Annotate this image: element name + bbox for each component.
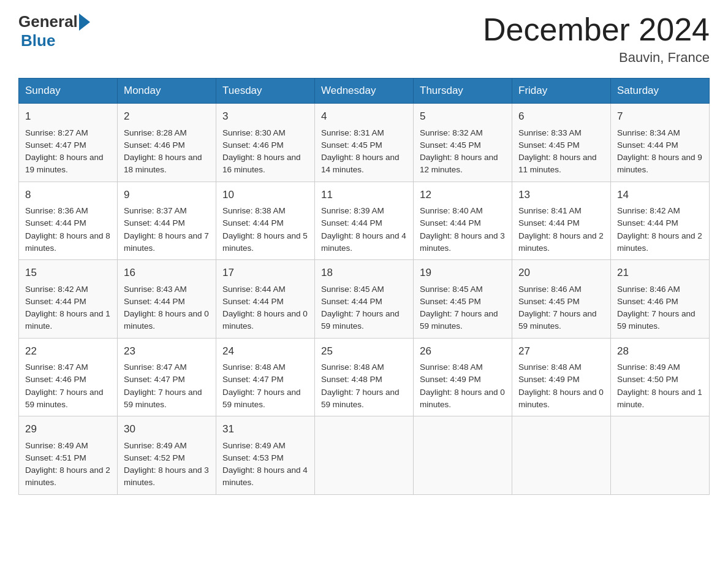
calendar-cell: 23Sunrise: 8:47 AMSunset: 4:47 PMDayligh… [118,338,216,416]
calendar-cell: 2Sunrise: 8:28 AMSunset: 4:46 PMDaylight… [118,104,216,182]
day-number: 28 [617,343,703,359]
day-number: 31 [222,421,308,437]
day-number: 10 [222,187,308,203]
header-tuesday: Tuesday [216,79,315,104]
day-number: 1 [25,109,111,124]
calendar-week-2: 8Sunrise: 8:36 AMSunset: 4:44 PMDaylight… [19,182,710,260]
header-monday: Monday [118,79,216,104]
calendar-cell: 4Sunrise: 8:31 AMSunset: 4:45 PMDaylight… [315,104,414,182]
day-info: Sunrise: 8:42 AMSunset: 4:44 PMDaylight:… [25,283,111,333]
calendar-cell: 27Sunrise: 8:48 AMSunset: 4:49 PMDayligh… [512,338,611,416]
calendar-cell: 7Sunrise: 8:34 AMSunset: 4:44 PMDaylight… [611,104,710,182]
day-info: Sunrise: 8:40 AMSunset: 4:44 PMDaylight:… [420,205,506,255]
day-info: Sunrise: 8:36 AMSunset: 4:44 PMDaylight:… [25,205,111,255]
day-number: 4 [321,109,407,124]
day-info: Sunrise: 8:48 AMSunset: 4:49 PMDaylight:… [518,361,604,411]
calendar-cell: 19Sunrise: 8:45 AMSunset: 4:45 PMDayligh… [414,260,512,339]
day-number: 7 [617,109,703,124]
day-number: 20 [518,265,604,281]
calendar-cell: 31Sunrise: 8:49 AMSunset: 4:53 PMDayligh… [216,416,315,495]
calendar-cell: 28Sunrise: 8:49 AMSunset: 4:50 PMDayligh… [611,338,710,416]
day-number: 14 [617,187,703,203]
calendar-cell: 9Sunrise: 8:37 AMSunset: 4:44 PMDaylight… [118,182,216,260]
logo-general-text: General [18,12,78,31]
day-number: 29 [25,421,111,437]
day-info: Sunrise: 8:42 AMSunset: 4:44 PMDaylight:… [617,205,703,255]
day-info: Sunrise: 8:46 AMSunset: 4:46 PMDaylight:… [617,283,703,333]
day-number: 6 [518,109,604,124]
day-info: Sunrise: 8:32 AMSunset: 4:45 PMDaylight:… [420,127,506,177]
calendar-week-5: 29Sunrise: 8:49 AMSunset: 4:51 PMDayligh… [19,416,710,495]
page-header: General Blue December 2024 Bauvin, Franc… [18,12,710,66]
calendar-cell: 25Sunrise: 8:48 AMSunset: 4:48 PMDayligh… [315,338,414,416]
logo: General Blue [18,12,90,50]
day-info: Sunrise: 8:48 AMSunset: 4:47 PMDaylight:… [222,361,308,411]
calendar-cell: 29Sunrise: 8:49 AMSunset: 4:51 PMDayligh… [19,416,118,495]
day-number: 22 [25,343,111,359]
calendar-cell: 16Sunrise: 8:43 AMSunset: 4:44 PMDayligh… [118,260,216,339]
day-number: 18 [321,265,407,281]
header-thursday: Thursday [414,79,512,104]
day-info: Sunrise: 8:48 AMSunset: 4:48 PMDaylight:… [321,361,407,411]
calendar-cell: 11Sunrise: 8:39 AMSunset: 4:44 PMDayligh… [315,182,414,260]
day-number: 8 [25,187,111,203]
calendar-cell: 10Sunrise: 8:38 AMSunset: 4:44 PMDayligh… [216,182,315,260]
day-info: Sunrise: 8:43 AMSunset: 4:44 PMDaylight:… [124,283,210,333]
day-info: Sunrise: 8:27 AMSunset: 4:47 PMDaylight:… [25,127,111,177]
month-title: December 2024 [483,12,710,47]
day-info: Sunrise: 8:38 AMSunset: 4:44 PMDaylight:… [222,205,308,255]
day-number: 13 [518,187,604,203]
day-info: Sunrise: 8:44 AMSunset: 4:44 PMDaylight:… [222,283,308,333]
calendar-cell: 14Sunrise: 8:42 AMSunset: 4:44 PMDayligh… [611,182,710,260]
logo-arrow-icon [79,13,90,31]
day-info: Sunrise: 8:30 AMSunset: 4:46 PMDaylight:… [222,127,308,177]
calendar-cell: 15Sunrise: 8:42 AMSunset: 4:44 PMDayligh… [19,260,118,339]
day-number: 21 [617,265,703,281]
day-info: Sunrise: 8:49 AMSunset: 4:51 PMDaylight:… [25,440,111,489]
calendar-cell: 1Sunrise: 8:27 AMSunset: 4:47 PMDaylight… [19,104,118,182]
day-info: Sunrise: 8:37 AMSunset: 4:44 PMDaylight:… [124,205,210,255]
day-info: Sunrise: 8:41 AMSunset: 4:44 PMDaylight:… [518,205,604,255]
day-number: 11 [321,187,407,203]
day-number: 24 [222,343,308,359]
day-number: 26 [420,343,506,359]
calendar-cell: 3Sunrise: 8:30 AMSunset: 4:46 PMDaylight… [216,104,315,182]
calendar-cell: 13Sunrise: 8:41 AMSunset: 4:44 PMDayligh… [512,182,611,260]
day-info: Sunrise: 8:28 AMSunset: 4:46 PMDaylight:… [124,127,210,177]
location-title: Bauvin, France [483,50,710,66]
day-number: 19 [420,265,506,281]
calendar-week-3: 15Sunrise: 8:42 AMSunset: 4:44 PMDayligh… [19,260,710,339]
day-number: 17 [222,265,308,281]
calendar-cell [315,416,414,495]
header-wednesday: Wednesday [315,79,414,104]
calendar-cell: 21Sunrise: 8:46 AMSunset: 4:46 PMDayligh… [611,260,710,339]
header-sunday: Sunday [19,79,118,104]
day-number: 9 [124,187,210,203]
title-area: December 2024 Bauvin, France [483,12,710,66]
calendar-cell: 26Sunrise: 8:48 AMSunset: 4:49 PMDayligh… [414,338,512,416]
calendar-cell: 24Sunrise: 8:48 AMSunset: 4:47 PMDayligh… [216,338,315,416]
day-info: Sunrise: 8:47 AMSunset: 4:46 PMDaylight:… [25,361,111,411]
calendar-cell [512,416,611,495]
day-number: 25 [321,343,407,359]
calendar-cell: 17Sunrise: 8:44 AMSunset: 4:44 PMDayligh… [216,260,315,339]
calendar-cell: 30Sunrise: 8:49 AMSunset: 4:52 PMDayligh… [118,416,216,495]
day-info: Sunrise: 8:31 AMSunset: 4:45 PMDaylight:… [321,127,407,177]
day-info: Sunrise: 8:34 AMSunset: 4:44 PMDaylight:… [617,127,703,177]
calendar-cell [611,416,710,495]
day-number: 2 [124,109,210,124]
calendar-cell: 20Sunrise: 8:46 AMSunset: 4:45 PMDayligh… [512,260,611,339]
calendar-cell [414,416,512,495]
calendar-cell: 12Sunrise: 8:40 AMSunset: 4:44 PMDayligh… [414,182,512,260]
calendar-table: SundayMondayTuesdayWednesdayThursdayFrid… [18,78,710,495]
day-number: 16 [124,265,210,281]
day-info: Sunrise: 8:49 AMSunset: 4:52 PMDaylight:… [124,440,210,489]
calendar-cell: 8Sunrise: 8:36 AMSunset: 4:44 PMDaylight… [19,182,118,260]
day-number: 27 [518,343,604,359]
logo-blue-text: Blue [21,31,90,50]
day-info: Sunrise: 8:39 AMSunset: 4:44 PMDaylight:… [321,205,407,255]
calendar-cell: 22Sunrise: 8:47 AMSunset: 4:46 PMDayligh… [19,338,118,416]
calendar-cell: 5Sunrise: 8:32 AMSunset: 4:45 PMDaylight… [414,104,512,182]
header-friday: Friday [512,79,611,104]
calendar-week-1: 1Sunrise: 8:27 AMSunset: 4:47 PMDaylight… [19,104,710,182]
